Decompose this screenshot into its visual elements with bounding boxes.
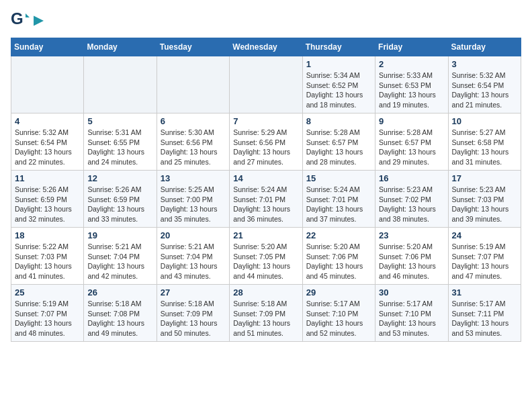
day-number: 10	[452, 116, 517, 126]
column-header-friday: Friday	[375, 38, 448, 56]
day-info: Sunrise: 5:23 AM Sunset: 7:03 PM Dayligh…	[452, 185, 517, 224]
svg-text:G: G	[11, 11, 24, 28]
day-number: 1	[306, 59, 371, 69]
calendar-cell: 25Sunrise: 5:19 AM Sunset: 7:07 PM Dayli…	[11, 285, 84, 342]
calendar-cell: 14Sunrise: 5:24 AM Sunset: 7:01 PM Dayli…	[230, 171, 302, 228]
calendar-cell: 20Sunrise: 5:21 AM Sunset: 7:04 PM Dayli…	[157, 228, 229, 285]
day-info: Sunrise: 5:19 AM Sunset: 7:07 PM Dayligh…	[15, 299, 80, 338]
day-number: 31	[452, 287, 517, 298]
day-info: Sunrise: 5:32 AM Sunset: 6:54 PM Dayligh…	[452, 71, 517, 110]
day-number: 2	[379, 59, 444, 69]
day-number: 29	[306, 287, 371, 298]
day-number: 3	[452, 59, 517, 69]
calendar-cell	[157, 56, 229, 113]
day-info: Sunrise: 5:18 AM Sunset: 7:09 PM Dayligh…	[161, 299, 226, 338]
calendar-body: 1Sunrise: 5:34 AM Sunset: 6:52 PM Daylig…	[11, 56, 521, 342]
day-number: 5	[87, 116, 152, 126]
day-info: Sunrise: 5:28 AM Sunset: 6:57 PM Dayligh…	[379, 128, 444, 167]
page-header: G ▶	[11, 11, 521, 31]
calendar-cell: 10Sunrise: 5:27 AM Sunset: 6:58 PM Dayli…	[448, 113, 521, 171]
day-info: Sunrise: 5:23 AM Sunset: 7:02 PM Dayligh…	[379, 185, 444, 224]
day-number: 17	[452, 173, 517, 183]
calendar-week-3: 11Sunrise: 5:26 AM Sunset: 6:59 PM Dayli…	[11, 171, 521, 228]
calendar-cell: 30Sunrise: 5:17 AM Sunset: 7:10 PM Dayli…	[375, 285, 448, 342]
calendar-week-5: 25Sunrise: 5:19 AM Sunset: 7:07 PM Dayli…	[11, 285, 521, 342]
day-number: 28	[233, 287, 298, 298]
calendar-cell: 1Sunrise: 5:34 AM Sunset: 6:52 PM Daylig…	[302, 56, 375, 113]
calendar-cell	[84, 56, 157, 113]
day-number: 26	[87, 287, 152, 298]
calendar-cell: 16Sunrise: 5:23 AM Sunset: 7:02 PM Dayli…	[375, 171, 448, 228]
calendar-cell: 26Sunrise: 5:18 AM Sunset: 7:08 PM Dayli…	[84, 285, 157, 342]
calendar-cell: 28Sunrise: 5:18 AM Sunset: 7:09 PM Dayli…	[230, 285, 302, 342]
header-row: SundayMondayTuesdayWednesdayThursdayFrid…	[11, 38, 521, 56]
calendar-cell: 22Sunrise: 5:20 AM Sunset: 7:06 PM Dayli…	[302, 228, 375, 285]
day-number: 18	[15, 230, 80, 240]
column-header-wednesday: Wednesday	[230, 38, 302, 56]
day-number: 19	[87, 230, 152, 240]
calendar-cell: 9Sunrise: 5:28 AM Sunset: 6:57 PM Daylig…	[375, 113, 448, 171]
calendar-header: SundayMondayTuesdayWednesdayThursdayFrid…	[11, 38, 521, 56]
day-info: Sunrise: 5:20 AM Sunset: 7:05 PM Dayligh…	[233, 242, 298, 281]
day-info: Sunrise: 5:17 AM Sunset: 7:10 PM Dayligh…	[306, 299, 371, 338]
day-info: Sunrise: 5:24 AM Sunset: 7:01 PM Dayligh…	[233, 185, 298, 224]
day-info: Sunrise: 5:25 AM Sunset: 7:00 PM Dayligh…	[161, 185, 226, 224]
calendar-cell: 4Sunrise: 5:32 AM Sunset: 6:54 PM Daylig…	[11, 113, 84, 171]
day-number: 9	[379, 116, 444, 126]
day-info: Sunrise: 5:19 AM Sunset: 7:07 PM Dayligh…	[452, 242, 517, 281]
day-info: Sunrise: 5:18 AM Sunset: 7:09 PM Dayligh…	[233, 299, 298, 338]
day-info: Sunrise: 5:20 AM Sunset: 7:06 PM Dayligh…	[306, 242, 371, 281]
calendar-cell: 17Sunrise: 5:23 AM Sunset: 7:03 PM Dayli…	[448, 171, 521, 228]
day-number: 16	[379, 173, 444, 183]
column-header-thursday: Thursday	[302, 38, 375, 56]
column-header-tuesday: Tuesday	[157, 38, 229, 56]
day-number: 22	[306, 230, 371, 240]
calendar-week-2: 4Sunrise: 5:32 AM Sunset: 6:54 PM Daylig…	[11, 113, 521, 171]
logo-icon: G	[11, 11, 31, 31]
day-info: Sunrise: 5:32 AM Sunset: 6:54 PM Dayligh…	[15, 128, 80, 167]
day-info: Sunrise: 5:24 AM Sunset: 7:01 PM Dayligh…	[306, 185, 371, 224]
calendar-cell: 27Sunrise: 5:18 AM Sunset: 7:09 PM Dayli…	[157, 285, 229, 342]
svg-marker-1	[26, 13, 30, 17]
column-header-saturday: Saturday	[448, 38, 521, 56]
day-number: 6	[161, 116, 226, 126]
day-info: Sunrise: 5:30 AM Sunset: 6:56 PM Dayligh…	[161, 128, 226, 167]
day-number: 12	[87, 173, 152, 183]
day-info: Sunrise: 5:26 AM Sunset: 6:59 PM Dayligh…	[87, 185, 152, 224]
day-info: Sunrise: 5:17 AM Sunset: 7:11 PM Dayligh…	[452, 299, 517, 338]
day-number: 25	[15, 287, 80, 298]
column-header-monday: Monday	[84, 38, 157, 56]
calendar-week-1: 1Sunrise: 5:34 AM Sunset: 6:52 PM Daylig…	[11, 56, 521, 113]
calendar-cell	[11, 56, 84, 113]
calendar-cell: 6Sunrise: 5:30 AM Sunset: 6:56 PM Daylig…	[157, 113, 229, 171]
day-info: Sunrise: 5:20 AM Sunset: 7:06 PM Dayligh…	[379, 242, 444, 281]
day-number: 14	[233, 173, 298, 183]
day-number: 20	[161, 230, 226, 240]
day-info: Sunrise: 5:21 AM Sunset: 7:04 PM Dayligh…	[87, 242, 152, 281]
day-info: Sunrise: 5:33 AM Sunset: 6:53 PM Dayligh…	[379, 71, 444, 110]
calendar-cell: 12Sunrise: 5:26 AM Sunset: 6:59 PM Dayli…	[84, 171, 157, 228]
day-number: 11	[15, 173, 80, 183]
day-info: Sunrise: 5:18 AM Sunset: 7:08 PM Dayligh…	[87, 299, 152, 338]
day-number: 27	[161, 287, 226, 298]
calendar-cell	[230, 56, 302, 113]
calendar-cell: 11Sunrise: 5:26 AM Sunset: 6:59 PM Dayli…	[11, 171, 84, 228]
day-info: Sunrise: 5:34 AM Sunset: 6:52 PM Dayligh…	[306, 71, 371, 110]
day-info: Sunrise: 5:27 AM Sunset: 6:58 PM Dayligh…	[452, 128, 517, 167]
calendar-cell: 24Sunrise: 5:19 AM Sunset: 7:07 PM Dayli…	[448, 228, 521, 285]
calendar-week-4: 18Sunrise: 5:22 AM Sunset: 7:03 PM Dayli…	[11, 228, 521, 285]
calendar-table: SundayMondayTuesdayWednesdayThursdayFrid…	[11, 38, 521, 342]
calendar-cell: 5Sunrise: 5:31 AM Sunset: 6:55 PM Daylig…	[84, 113, 157, 171]
logo-text: ▶	[34, 14, 43, 28]
day-number: 15	[306, 173, 371, 183]
calendar-cell: 8Sunrise: 5:28 AM Sunset: 6:57 PM Daylig…	[302, 113, 375, 171]
day-info: Sunrise: 5:29 AM Sunset: 6:56 PM Dayligh…	[233, 128, 298, 167]
calendar-cell: 15Sunrise: 5:24 AM Sunset: 7:01 PM Dayli…	[302, 171, 375, 228]
day-info: Sunrise: 5:22 AM Sunset: 7:03 PM Dayligh…	[15, 242, 80, 281]
day-number: 24	[452, 230, 517, 240]
calendar-cell: 18Sunrise: 5:22 AM Sunset: 7:03 PM Dayli…	[11, 228, 84, 285]
day-number: 21	[233, 230, 298, 240]
day-info: Sunrise: 5:31 AM Sunset: 6:55 PM Dayligh…	[87, 128, 152, 167]
day-number: 8	[306, 116, 371, 126]
day-number: 7	[233, 116, 298, 126]
